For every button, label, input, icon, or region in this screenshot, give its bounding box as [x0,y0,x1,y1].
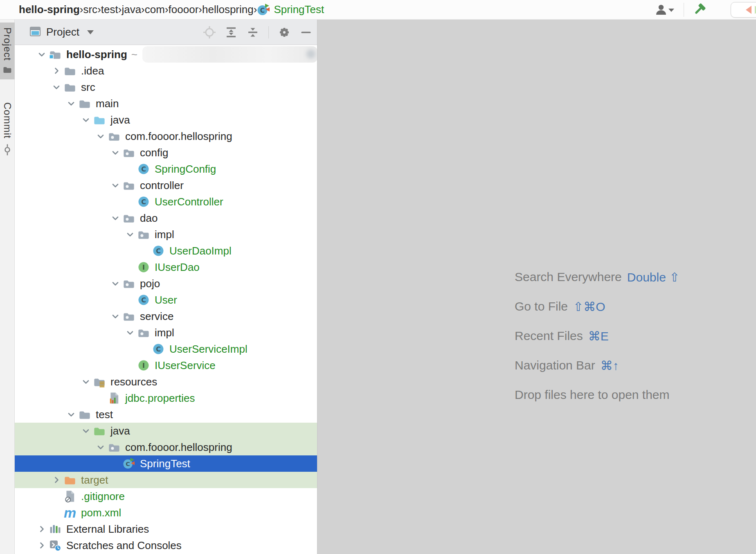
breadcrumb-item-test[interactable]: test [101,3,118,16]
tree-row-test[interactable]: test [15,406,317,423]
tree-row-main[interactable]: main [15,95,317,112]
tree-node-label: java [110,115,130,125]
tree-row-target[interactable]: target [15,472,317,488]
tree-row-jdbc-properties[interactable]: jdbc.properties [15,390,317,406]
chevron-down-icon[interactable] [108,278,123,289]
svg-text:I: I [142,263,145,271]
toolbar-separator [268,26,269,38]
chevron-down-icon[interactable] [123,229,137,240]
tree-row-idea[interactable]: .idea [15,63,317,79]
class-icon: C [152,244,164,257]
tree-row-userserviceimpl[interactable]: C UserServiceImpl [15,341,317,357]
interface-icon: I [137,261,150,274]
back-forward-pill-button[interactable] [731,2,756,18]
collapse-all-icon[interactable] [246,25,260,39]
breadcrumb-item-hello-spring[interactable]: hello-spring [19,3,80,16]
chevron-down-icon[interactable] [108,311,123,322]
breadcrumb: hello-spring › src › test › java › com ›… [0,3,324,16]
hint-search-everywhere: Search Everywhere Double ⇧ [515,262,680,292]
tree-node-label: test [96,409,113,420]
tree-row-iuserservice[interactable]: I IUserService [15,357,317,374]
breadcrumb-item-foooor[interactable]: foooor [169,3,199,16]
ide-window: { "colors": { "selection_blue": "#2a65c8… [0,0,756,554]
tree-row-dao[interactable]: dao [15,210,317,226]
package-icon [123,179,135,192]
chevron-right-icon[interactable] [34,524,49,534]
tree-node-label: java [110,426,130,436]
chevron-right-icon[interactable] [49,65,64,76]
tree-row-service[interactable]: service [15,308,317,324]
tree-row-resources[interactable]: resources [15,374,317,390]
breadcrumb-item-java[interactable]: java [122,3,141,16]
scratches-icon [49,539,61,552]
tree-row-springtest[interactable]: C SpringTest [15,455,317,472]
excluded-folder-icon [64,473,76,486]
svg-text:C: C [260,7,265,14]
tree-row-gitignore[interactable]: .gitignore [15,488,317,504]
hint-keys: ⌘E [588,329,609,343]
tree-node-label: impl [155,229,174,240]
tree-row-src[interactable]: src [15,79,317,95]
chevron-down-icon[interactable] [123,327,137,338]
hint-keys: ⌘↑ [601,358,619,373]
svg-text:C: C [141,296,146,304]
hint-label: Recent Files [515,329,583,343]
folder-icon [79,97,91,110]
breadcrumb-item-hellospring[interactable]: hellospring [202,3,254,16]
build-project-button[interactable] [691,2,708,18]
chevron-down-icon[interactable] [49,82,64,92]
tree-row-pojo[interactable]: pojo [15,275,317,292]
tree-row-controller[interactable]: controller [15,177,317,194]
tree-row-com-foooor-hellospring[interactable]: com.foooor.hellospring [15,439,317,455]
chevron-down-icon[interactable] [108,180,123,191]
tree-row-user[interactable]: C User [15,292,317,308]
folder-icon [64,64,76,77]
locate-file-icon[interactable] [202,25,216,39]
tree-row-iuserdao[interactable]: I IUserDao [15,259,317,275]
tree-node-label: src [81,82,95,92]
tree-row-usercontroller[interactable]: C UserController [15,194,317,210]
chevron-down-icon[interactable] [79,115,93,125]
tree-row-hello-spring[interactable]: hello-spring ~ [15,46,317,63]
tree-row-impl[interactable]: impl [15,324,317,341]
stripe-tab-project[interactable]: Project [0,23,15,79]
chevron-down-icon[interactable] [64,409,79,420]
tree-row-userdaoimpl[interactable]: C UserDaoImpl [15,243,317,259]
chevron-down-icon[interactable] [93,442,108,453]
stripe-tab-commit[interactable]: Commit [0,97,15,162]
chevron-down-icon[interactable] [64,98,79,109]
tree-row-pom-xml[interactable]: m pom.xml [15,504,317,521]
tree-node-label: controller [140,180,184,191]
chevron-down-icon[interactable] [108,213,123,223]
chevron-down-icon[interactable] [79,376,93,387]
tree-node-label: com.foooor.hellospring [125,131,232,142]
tree-node-label: com.foooor.hellospring [125,442,232,453]
tree-row-com-foooor-hellospring[interactable]: com.foooor.hellospring [15,128,317,144]
chevron-down-icon[interactable] [93,131,108,142]
tree-row-config[interactable]: config [15,144,317,161]
project-panel-header: Project [15,20,317,45]
tree-row-external-libraries[interactable]: External Libraries [15,521,317,537]
test-class-icon: C [257,4,270,16]
breadcrumb-item-src[interactable]: src [83,3,97,16]
tree-row-java[interactable]: java [15,112,317,128]
expand-all-icon[interactable] [224,25,238,39]
tree-row-impl[interactable]: impl [15,226,317,243]
breadcrumb-item-springtest[interactable]: C SpringTest [257,3,324,16]
chevron-down-icon[interactable] [108,147,123,158]
tree-row-scratches-and-consoles[interactable]: Scratches and Consoles [15,537,317,554]
external-libraries-icon [49,522,61,536]
project-view-selector[interactable]: Project [15,26,94,38]
user-dropdown-button[interactable] [654,3,677,17]
breadcrumb-item-com[interactable]: com [145,3,165,16]
tree-row-springconfig[interactable]: C SpringConfig [15,161,317,177]
project-path-tilde: ~ [131,48,137,61]
chevron-right-icon[interactable] [49,475,64,485]
hide-panel-icon[interactable] [299,25,313,39]
settings-icon[interactable] [277,25,291,39]
chevron-down-icon[interactable] [79,426,93,436]
chevron-down-icon[interactable] [34,49,49,60]
chevron-right-icon[interactable] [34,540,49,551]
tree-row-java[interactable]: java [15,423,317,439]
package-icon [123,310,135,323]
